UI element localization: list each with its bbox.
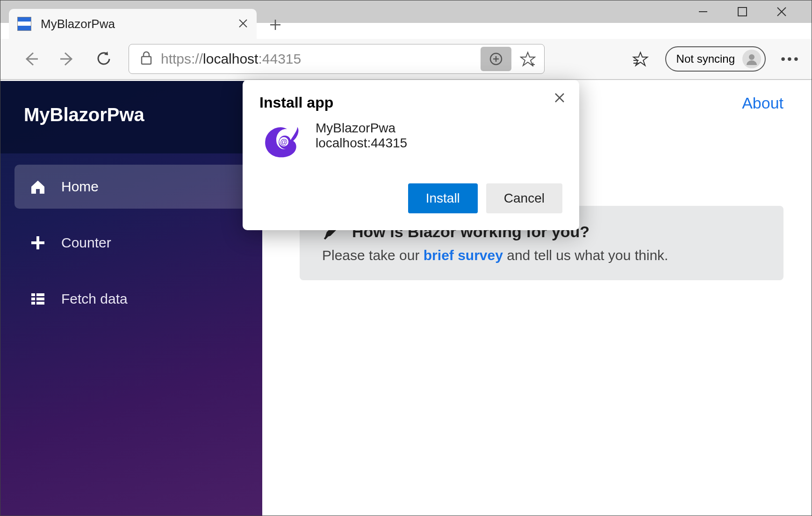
cancel-button[interactable]: Cancel [486, 183, 562, 213]
url-host: localhost [203, 51, 258, 66]
close-tab-button[interactable] [238, 16, 248, 32]
browser-toolbar: https://localhost:44315 Not syncing ••• [0, 39, 812, 80]
svg-rect-23 [31, 298, 35, 300]
profile-button[interactable]: Not syncing [665, 46, 766, 72]
browser-tab[interactable]: MyBlazorPwa [9, 9, 257, 39]
svg-rect-10 [142, 57, 151, 64]
tab-favicon-icon [17, 17, 31, 31]
tab-title: MyBlazorPwa [41, 17, 115, 31]
svg-point-18 [749, 54, 755, 60]
settings-more-button[interactable]: ••• [779, 47, 802, 71]
window-controls [697, 0, 812, 23]
survey-suffix: and tell us what you think. [503, 247, 668, 263]
forward-button[interactable] [56, 47, 79, 71]
home-icon [29, 177, 47, 196]
about-link[interactable]: About [742, 94, 783, 112]
survey-prefix: Please take our [322, 247, 424, 263]
sidebar-item-counter[interactable]: Counter [14, 221, 248, 265]
sidebar-item-label: Home [61, 179, 99, 195]
close-popup-button[interactable] [550, 88, 569, 107]
new-tab-button[interactable] [261, 11, 289, 39]
survey-link[interactable]: brief survey [424, 247, 503, 263]
lock-icon [140, 51, 152, 67]
url-port: :44315 [258, 51, 301, 66]
install-button[interactable]: Install [408, 183, 478, 213]
sidebar-item-home[interactable]: Home [14, 165, 248, 209]
svg-rect-26 [36, 302, 44, 305]
sidebar: MyBlazorPwa Home Counter [0, 81, 262, 516]
install-popup-title: Install app [259, 94, 562, 111]
svg-rect-21 [31, 293, 35, 296]
svg-rect-22 [36, 293, 44, 296]
collections-button[interactable] [629, 47, 652, 71]
tab-strip: MyBlazorPwa [9, 6, 289, 39]
install-app-button[interactable] [481, 47, 511, 71]
svg-rect-24 [36, 298, 44, 300]
svg-text:@: @ [280, 138, 287, 146]
profile-label: Not syncing [676, 52, 735, 65]
svg-rect-25 [31, 302, 35, 305]
install-app-popup: Install app @ MyBlazorPwa localhost:4431… [243, 80, 579, 230]
svg-rect-1 [738, 7, 747, 16]
back-button[interactable] [19, 47, 43, 71]
list-icon [29, 290, 47, 308]
close-window-button[interactable] [775, 5, 788, 18]
maximize-button[interactable] [736, 5, 749, 18]
svg-rect-20 [31, 241, 44, 244]
sidebar-item-label: Fetch data [61, 291, 128, 307]
avatar-icon [742, 50, 761, 68]
refresh-button[interactable] [92, 47, 115, 71]
plus-icon [29, 233, 47, 252]
minimize-button[interactable] [697, 5, 710, 18]
survey-text: Please take our brief survey and tell us… [322, 247, 761, 263]
nav-list: Home Counter Fetch data [0, 153, 262, 332]
sidebar-item-label: Counter [61, 235, 111, 251]
address-url: https://localhost:44315 [161, 51, 301, 67]
blazor-logo-icon: @ [259, 121, 302, 163]
sidebar-item-fetch-data[interactable]: Fetch data [14, 277, 248, 321]
url-scheme: https:// [161, 51, 203, 66]
install-popup-appname: MyBlazorPwa [316, 121, 407, 136]
install-popup-host: localhost:44315 [316, 136, 407, 151]
favorite-button[interactable] [516, 47, 539, 71]
address-bar[interactable]: https://localhost:44315 [129, 44, 545, 74]
app-brand: MyBlazorPwa [0, 81, 262, 153]
